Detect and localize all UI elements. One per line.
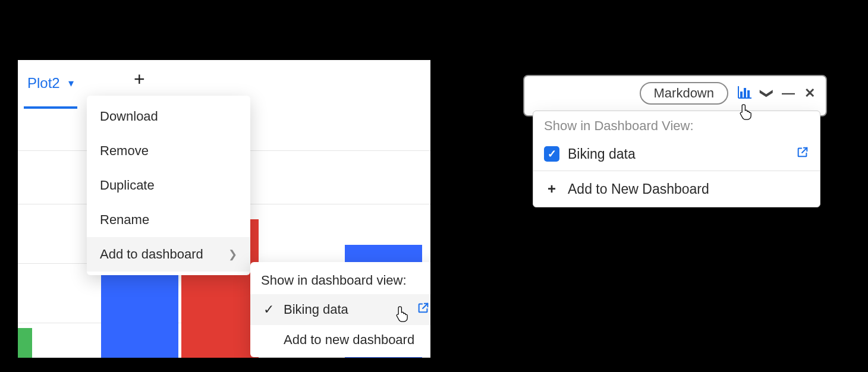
submenu-header: Show in dashboard view: xyxy=(250,264,430,294)
menu-item-remove[interactable]: Remove xyxy=(87,134,250,168)
menu-item-label: Add to dashboard xyxy=(100,247,203,262)
menu-item-label: Remove xyxy=(100,143,149,159)
menu-header: Show in Dashboard View: xyxy=(533,111,820,140)
submenu-item-add-new-dashboard[interactable]: Add to new dashboard xyxy=(250,325,430,355)
menu-item-duplicate[interactable]: Duplicate xyxy=(87,168,250,203)
menu-item-rename[interactable]: Rename xyxy=(87,203,250,237)
dashboard-view-icon[interactable] xyxy=(738,86,752,101)
cell-type-pill[interactable]: Markdown xyxy=(640,82,728,105)
cell-toolbar: Markdown ❯ — ✕ xyxy=(524,76,826,111)
menu-item-download[interactable]: Download xyxy=(87,99,250,134)
cell-panel: Markdown ❯ — ✕ Show in Dashboard View: ✓… xyxy=(523,75,827,116)
menu-item-label: Add to New Dashboard xyxy=(568,181,709,197)
tab-label: Plot2 xyxy=(27,76,60,90)
chevron-down-icon[interactable]: ❯ xyxy=(760,88,773,99)
external-link-icon[interactable] xyxy=(417,301,430,318)
menu-item-add-new-dashboard[interactable]: + Add to New Dashboard xyxy=(533,171,820,207)
plus-icon: + xyxy=(544,181,559,197)
svg-rect-3 xyxy=(744,88,746,97)
menu-item-biking-data[interactable]: ✓ Biking data xyxy=(533,140,820,171)
submenu-item-label: Biking data xyxy=(284,302,348,317)
external-link-icon[interactable] xyxy=(796,146,809,162)
submenu-item-biking-data[interactable]: ✓ Biking data xyxy=(250,294,430,325)
menu-item-label: Download xyxy=(100,109,158,124)
chart-bar xyxy=(18,328,32,358)
dashboard-view-menu: Show in Dashboard View: ✓ Biking data + … xyxy=(533,111,820,207)
menu-item-add-to-dashboard[interactable]: Add to dashboard ❯ xyxy=(87,237,250,272)
close-icon[interactable]: ✕ xyxy=(804,87,815,100)
menu-item-label: Duplicate xyxy=(100,178,155,193)
tab-plot2[interactable]: Plot2 ▾ xyxy=(24,60,77,109)
chevron-down-icon[interactable]: ▾ xyxy=(68,78,74,89)
submenu-item-label: Add to new dashboard xyxy=(284,332,414,348)
check-icon: ✓ xyxy=(261,302,276,317)
minimize-icon[interactable]: — xyxy=(782,87,795,100)
add-to-dashboard-submenu: Show in dashboard view: ✓ Biking data Ad… xyxy=(250,262,430,357)
add-tab-button[interactable]: + xyxy=(134,70,145,89)
tab-context-menu: Download Remove Duplicate Rename Add to … xyxy=(87,96,250,275)
chart-bar xyxy=(101,266,178,358)
menu-item-label: Rename xyxy=(100,212,149,228)
svg-rect-2 xyxy=(740,92,743,97)
svg-rect-4 xyxy=(747,90,750,97)
menu-item-label: Biking data xyxy=(568,146,636,162)
plot-panel: Plot2 ▾ + Download Remove Duplicate Rena… xyxy=(18,60,430,358)
checkbox-checked-icon[interactable]: ✓ xyxy=(544,146,559,162)
chevron-right-icon: ❯ xyxy=(228,248,237,261)
